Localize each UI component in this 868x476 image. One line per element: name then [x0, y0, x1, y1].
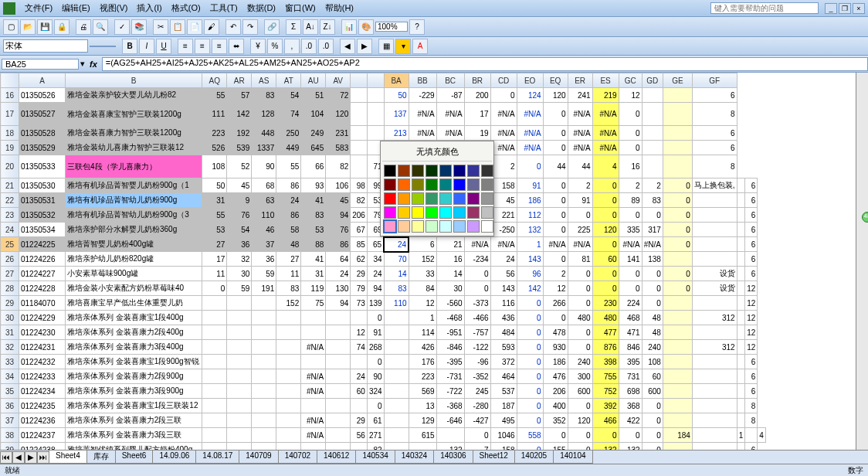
cell[interactable]: 01350534 — [19, 223, 66, 237]
cell[interactable]: 01350527 — [19, 103, 66, 126]
cell[interactable] — [642, 88, 663, 103]
cell[interactable] — [384, 428, 409, 443]
cell[interactable] — [202, 311, 227, 325]
cell[interactable]: 79 — [351, 281, 368, 296]
cell[interactable]: 0 — [642, 413, 663, 428]
cell[interactable]: 01350528 — [19, 126, 66, 141]
cell[interactable]: 6 — [745, 267, 758, 281]
color-swatch[interactable] — [453, 178, 466, 191]
cell[interactable]: 0 — [367, 355, 384, 369]
cell[interactable]: 300 — [568, 369, 592, 384]
cell[interactable] — [227, 296, 252, 311]
cell[interactable]: 615 — [409, 428, 436, 443]
cell[interactable] — [252, 355, 276, 369]
cell[interactable]: 0 — [619, 103, 642, 126]
name-box[interactable]: BA25 — [2, 59, 79, 70]
cell[interactable]: -96 — [464, 355, 490, 369]
cell[interactable]: 176 — [409, 355, 436, 369]
cell[interactable]: -846 — [436, 340, 464, 355]
cell[interactable] — [737, 267, 745, 281]
cell[interactable] — [276, 340, 301, 355]
cell[interactable] — [663, 369, 692, 384]
cell[interactable]: 0 — [543, 126, 568, 141]
cell[interactable] — [692, 369, 737, 384]
cell[interactable]: 466 — [592, 413, 619, 428]
cell[interactable] — [351, 141, 368, 155]
cell[interactable]: 24 — [326, 267, 351, 281]
cell[interactable]: 0 — [619, 208, 642, 223]
color-swatch[interactable] — [412, 178, 424, 191]
cell[interactable]: 56 — [490, 267, 517, 281]
cell[interactable]: 85 — [351, 237, 368, 252]
cell[interactable]: 雅培金装幼儿喜康力智护三联装12 — [66, 141, 202, 155]
cell[interactable]: 0 — [568, 399, 592, 413]
cell[interactable]: 128 — [252, 103, 276, 126]
cell[interactable]: 0 — [568, 428, 592, 443]
cell[interactable]: 0 — [517, 296, 543, 311]
cell[interactable]: 0 — [543, 311, 568, 325]
cell[interactable]: 82 — [326, 155, 351, 178]
sort-asc-icon[interactable]: A↓ — [303, 19, 318, 35]
row-header[interactable]: 29 — [1, 296, 19, 311]
align-right-icon[interactable]: ≡ — [212, 39, 227, 54]
cell[interactable]: 192 — [227, 126, 252, 141]
cell[interactable]: 8 — [745, 413, 758, 428]
cell[interactable]: 221 — [490, 208, 517, 223]
cell[interactable]: 12 — [351, 325, 368, 340]
cell[interactable] — [737, 252, 745, 267]
cell[interactable]: 53 — [202, 223, 227, 237]
cell[interactable]: 86 — [276, 208, 301, 223]
cell[interactable]: 448 — [252, 126, 276, 141]
comma-icon[interactable]: , — [284, 39, 300, 54]
tab-nav-button[interactable]: ⏮ — [0, 451, 12, 464]
cell[interactable]: 230 — [592, 296, 619, 311]
cell[interactable]: 45 — [326, 193, 351, 208]
cell[interactable] — [227, 340, 252, 355]
cell[interactable]: 50 — [384, 88, 409, 103]
cell[interactable]: 449 — [276, 141, 301, 155]
minimize-button[interactable]: _ — [825, 3, 837, 14]
cell[interactable]: 60 — [351, 384, 368, 399]
cell[interactable]: 72 — [326, 88, 351, 103]
row-header[interactable]: 35 — [1, 384, 19, 399]
row-header[interactable]: 34 — [1, 369, 19, 384]
cell[interactable] — [276, 311, 301, 325]
cell[interactable]: 0 — [517, 340, 543, 355]
cell[interactable]: 558 — [517, 428, 543, 443]
cell[interactable]: 12 — [745, 311, 758, 325]
cell[interactable] — [384, 355, 409, 369]
cell[interactable]: 0 — [464, 428, 490, 443]
cell[interactable]: 120 — [592, 223, 619, 237]
cell[interactable]: 2 — [490, 155, 517, 178]
color-swatch[interactable] — [467, 206, 480, 219]
column-header[interactable]: GE — [663, 73, 692, 88]
cell[interactable] — [276, 399, 301, 413]
cell[interactable] — [692, 355, 737, 369]
cell[interactable]: #N/A — [301, 340, 326, 355]
cell[interactable]: 0 — [642, 399, 663, 413]
fx-icon[interactable]: fx — [90, 60, 97, 69]
color-swatch[interactable] — [439, 192, 452, 205]
cell[interactable]: 0 — [592, 281, 619, 296]
cell[interactable]: 三联包4段（学儿喜康力） — [66, 155, 202, 178]
cell[interactable] — [276, 428, 301, 443]
cell[interactable]: 537 — [490, 384, 517, 399]
cell[interactable]: 56 — [351, 428, 368, 443]
cell[interactable]: 0 — [592, 267, 619, 281]
cell[interactable]: 01224229 — [19, 311, 66, 325]
formula-bar[interactable]: =(AG25+AH25+AI25+AJ25+AK25+AL25+AM25+AN2… — [102, 57, 868, 71]
sheet-tab[interactable]: 140205 — [514, 450, 554, 464]
cell[interactable] — [202, 355, 227, 369]
cell[interactable]: 27 — [276, 252, 301, 267]
cell[interactable] — [227, 399, 252, 413]
format-painter-icon[interactable]: 🖌 — [204, 19, 219, 35]
cell[interactable] — [252, 384, 276, 399]
color-swatch[interactable] — [384, 178, 396, 191]
cell[interactable]: 143 — [517, 252, 543, 267]
cell[interactable] — [202, 325, 227, 340]
cell[interactable]: 187 — [490, 399, 517, 413]
color-swatch[interactable] — [453, 192, 466, 205]
color-swatch[interactable] — [412, 192, 424, 205]
cell[interactable]: 0 — [663, 193, 692, 208]
cell[interactable]: 600 — [568, 384, 592, 399]
